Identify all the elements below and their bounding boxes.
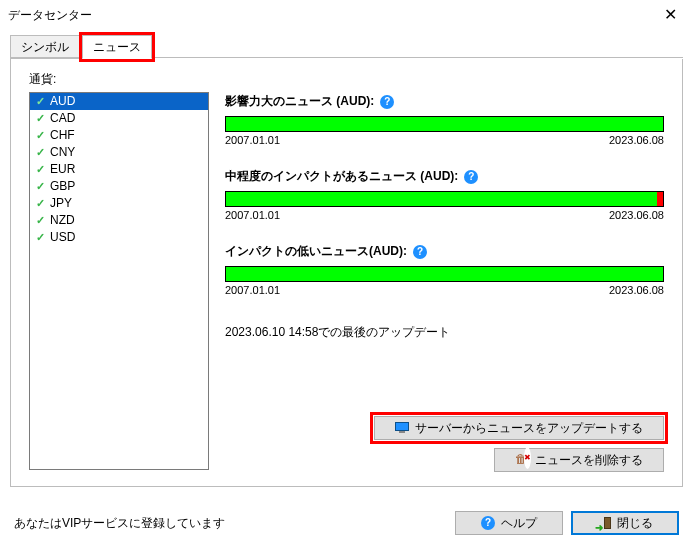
currency-item-nzd[interactable]: ✓NZD [30, 212, 208, 229]
check-icon: ✓ [34, 196, 46, 211]
help-icon[interactable]: ? [413, 245, 427, 259]
tab-strip: シンボル ニュース [10, 34, 683, 58]
news-low-end: 2023.06.08 [609, 284, 664, 296]
currency-item-jpy[interactable]: ✓JPY [30, 195, 208, 212]
currency-item-gbp[interactable]: ✓GBP [30, 178, 208, 195]
news-medium-end: 2023.06.08 [609, 209, 664, 221]
check-icon: ✓ [34, 94, 46, 109]
news-low-bar [225, 266, 664, 282]
last-update-text: 2023.06.10 14:58での最後のアップデート [225, 324, 664, 341]
currency-code: USD [50, 230, 75, 245]
help-icon[interactable]: ? [464, 170, 478, 184]
close-button-label: 閉じる [617, 512, 653, 534]
close-icon[interactable]: ✕ [656, 0, 685, 30]
close-button[interactable]: 閉じる [571, 511, 679, 535]
currency-item-aud[interactable]: ✓AUD [30, 93, 208, 110]
news-medium-red-tail [657, 192, 663, 206]
news-high-end: 2023.06.08 [609, 134, 664, 146]
currency-code: AUD [50, 94, 75, 109]
currency-code: CNY [50, 145, 75, 160]
currency-item-chf[interactable]: ✓CHF [30, 127, 208, 144]
currency-code: CAD [50, 111, 75, 126]
currency-item-eur[interactable]: ✓EUR [30, 161, 208, 178]
update-button-label: サーバーからニュースをアップデートする [415, 417, 643, 439]
delete-button-label: ニュースを削除する [535, 449, 643, 471]
currency-code: JPY [50, 196, 72, 211]
help-icon: ? [481, 516, 495, 530]
news-group-medium: 中程度のインパクトがあるニュース (AUD): ? 2007.01.01 202… [225, 168, 664, 221]
news-high-title: 影響力大のニュース (AUD): [225, 93, 374, 110]
currency-code: CHF [50, 128, 75, 143]
currency-item-cad[interactable]: ✓CAD [30, 110, 208, 127]
check-icon: ✓ [34, 145, 46, 160]
currency-listbox[interactable]: ✓AUD✓CAD✓CHF✓CNY✓EUR✓GBP✓JPY✓NZD✓USD [29, 92, 209, 470]
news-high-bar [225, 116, 664, 132]
check-icon: ✓ [34, 111, 46, 126]
news-group-low: インパクトの低いニュース(AUD): ? 2007.01.01 2023.06.… [225, 243, 664, 296]
help-icon[interactable]: ? [380, 95, 394, 109]
exit-icon [597, 516, 611, 530]
check-icon: ✓ [34, 230, 46, 245]
currency-code: NZD [50, 213, 75, 228]
tab-news[interactable]: ニュース [82, 35, 152, 59]
update-from-server-button[interactable]: サーバーからニュースをアップデートする [374, 416, 664, 440]
news-panel: 通貨: ✓AUD✓CAD✓CHF✓CNY✓EUR✓GBP✓JPY✓NZD✓USD… [10, 59, 683, 487]
titlebar: データセンター ✕ [0, 0, 693, 30]
news-medium-start: 2007.01.01 [225, 209, 280, 221]
currency-code: GBP [50, 179, 75, 194]
news-medium-bar [225, 191, 664, 207]
help-button-label: ヘルプ [501, 512, 537, 534]
server-icon [395, 422, 409, 434]
currency-label: 通貨: [29, 71, 209, 88]
help-button[interactable]: ? ヘルプ [455, 511, 563, 535]
check-icon: ✓ [34, 213, 46, 228]
check-icon: ✓ [34, 179, 46, 194]
news-group-high: 影響力大のニュース (AUD): ? 2007.01.01 2023.06.08 [225, 93, 664, 146]
news-low-start: 2007.01.01 [225, 284, 280, 296]
news-high-start: 2007.01.01 [225, 134, 280, 146]
news-low-title: インパクトの低いニュース(AUD): [225, 243, 407, 260]
tab-symbol[interactable]: シンボル [10, 35, 80, 59]
check-icon: ✓ [34, 128, 46, 143]
currency-item-cny[interactable]: ✓CNY [30, 144, 208, 161]
check-icon: ✓ [34, 162, 46, 177]
currency-code: EUR [50, 162, 75, 177]
news-medium-title: 中程度のインパクトがあるニュース (AUD): [225, 168, 458, 185]
window-title: データセンター [8, 0, 92, 30]
delete-news-button[interactable]: ニュースを削除する [494, 448, 664, 472]
currency-item-usd[interactable]: ✓USD [30, 229, 208, 246]
trash-icon [515, 453, 529, 467]
vip-status-text: あなたはVIPサービスに登録しています [14, 515, 225, 532]
